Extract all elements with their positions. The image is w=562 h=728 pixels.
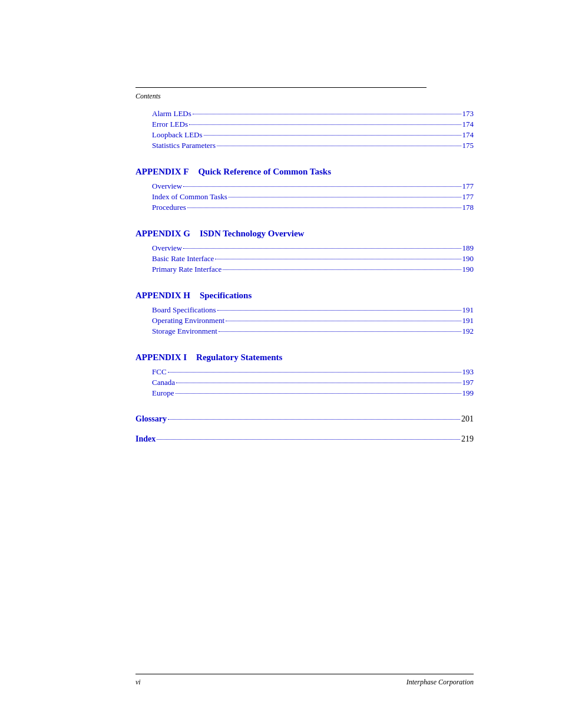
list-item[interactable]: Board Specifications 191 (152, 305, 474, 315)
toc-link-fcc[interactable]: FCC (152, 367, 167, 377)
toc-dots (226, 321, 461, 321)
glossary-page: 201 (461, 414, 474, 424)
list-item[interactable]: Procedures 178 (152, 203, 474, 212)
appendix-g-header: APPENDIX G ISDN Technology Overview (135, 229, 474, 239)
toc-page: 191 (462, 316, 474, 325)
toc-page: 193 (462, 367, 474, 377)
toc-dots (183, 248, 461, 249)
index-entry[interactable]: Index 219 (135, 434, 474, 444)
page: Contents Alarm LEDs 173 Error LEDs 174 L… (0, 0, 562, 728)
list-item[interactable]: Loopback LEDs 174 (152, 130, 474, 140)
appendix-f-title[interactable]: Quick Reference of Common Tasks (198, 167, 331, 177)
footer-page-number: vi (135, 678, 141, 687)
toc-dots (219, 331, 461, 332)
toc-link-europe[interactable]: Europe (152, 388, 174, 398)
toc-link-storage-env[interactable]: Storage Environment (152, 327, 217, 336)
appendix-h-label[interactable]: APPENDIX H (135, 291, 190, 301)
toc-dots (215, 259, 461, 259)
toc-dots (193, 114, 461, 114)
toc-dots (168, 419, 460, 420)
toc-dots (217, 310, 461, 311)
toc-dots (176, 383, 461, 383)
list-item[interactable]: Overview 189 (152, 243, 474, 253)
list-item[interactable]: Operating Environment 191 (152, 316, 474, 325)
toc-link-basic-rate-interface[interactable]: Basic Rate Interface (152, 254, 214, 263)
index-section: Index 219 (135, 434, 474, 444)
page-header: Contents (135, 87, 427, 101)
toc-dots (183, 186, 461, 187)
toc-dots (176, 393, 461, 394)
appendix-i-header: APPENDIX I Regulatory Statements (135, 353, 474, 363)
toc-dots (223, 269, 461, 270)
toc-page: 177 (462, 192, 474, 202)
list-item[interactable]: FCC 193 (152, 367, 474, 377)
toc-link-error-leds[interactable]: Error LEDs (152, 120, 188, 129)
list-item[interactable]: Alarm LEDs 173 (152, 109, 474, 118)
list-item[interactable]: Error LEDs 174 (152, 120, 474, 129)
appendix-g-title[interactable]: ISDN Technology Overview (200, 229, 305, 239)
index-link[interactable]: Index (135, 434, 156, 444)
index-page: 219 (461, 434, 474, 444)
toc-dots (168, 372, 461, 373)
list-item[interactable]: Basic Rate Interface 190 (152, 254, 474, 263)
toc-link-overview-g[interactable]: Overview (152, 243, 182, 253)
toc-page: 175 (462, 141, 474, 150)
list-item[interactable]: Index of Common Tasks 177 (152, 192, 474, 202)
appendix-i-label[interactable]: APPENDIX I (135, 353, 187, 363)
footer-company: Interphase Corporation (406, 678, 474, 687)
intro-section: Alarm LEDs 173 Error LEDs 174 Loopback L… (135, 109, 474, 150)
toc-link-overview-f[interactable]: Overview (152, 182, 182, 191)
toc-link-operating-env[interactable]: Operating Environment (152, 316, 224, 325)
toc-page: 191 (462, 305, 474, 315)
toc-page: 197 (462, 378, 474, 387)
appendix-f-label[interactable]: APPENDIX F (135, 167, 189, 177)
toc-page: 190 (462, 254, 474, 263)
toc-link-loopback-leds[interactable]: Loopback LEDs (152, 130, 203, 140)
appendix-f-header: APPENDIX F Quick Reference of Common Tas… (135, 167, 474, 177)
page-footer: vi Interphase Corporation (135, 674, 474, 687)
appendix-g-section: APPENDIX G ISDN Technology Overview Over… (135, 229, 474, 274)
toc-dots (157, 439, 460, 440)
toc-page: 174 (462, 120, 474, 129)
header-rule (135, 87, 427, 88)
toc-page: 199 (462, 388, 474, 398)
list-item[interactable]: Europe 199 (152, 388, 474, 398)
appendix-h-header: APPENDIX H Specifications (135, 291, 474, 301)
toc-page: 190 (462, 265, 474, 274)
toc-page: 192 (462, 327, 474, 336)
toc-link-board-specs[interactable]: Board Specifications (152, 305, 216, 315)
list-item[interactable]: Overview 177 (152, 182, 474, 191)
toc-page: 189 (462, 243, 474, 253)
toc-link-statistics-parameters[interactable]: Statistics Parameters (152, 141, 216, 150)
glossary-section: Glossary 201 (135, 414, 474, 424)
toc-link-procedures[interactable]: Procedures (152, 203, 186, 212)
toc-link-index-common-tasks[interactable]: Index of Common Tasks (152, 192, 227, 202)
toc-page: 178 (462, 203, 474, 212)
toc-link-alarm-leds[interactable]: Alarm LEDs (152, 109, 191, 118)
toc-link-canada[interactable]: Canada (152, 378, 175, 387)
toc-dots (204, 135, 461, 136)
glossary-link[interactable]: Glossary (135, 414, 167, 424)
list-item[interactable]: Canada 197 (152, 378, 474, 387)
appendix-f-section: APPENDIX F Quick Reference of Common Tas… (135, 167, 474, 212)
glossary-entry[interactable]: Glossary 201 (135, 414, 474, 424)
header-label: Contents (135, 92, 161, 100)
toc-link-primary-rate-interface[interactable]: Primary Rate Interface (152, 265, 222, 274)
toc-content: Alarm LEDs 173 Error LEDs 174 Loopback L… (135, 109, 474, 454)
appendix-g-label[interactable]: APPENDIX G (135, 229, 190, 239)
toc-dots (189, 124, 461, 125)
list-item[interactable]: Primary Rate Interface 190 (152, 265, 474, 274)
toc-page: 174 (462, 130, 474, 140)
toc-dots (187, 207, 461, 208)
toc-page: 173 (462, 109, 474, 118)
list-item[interactable]: Statistics Parameters 175 (152, 141, 474, 150)
list-item[interactable]: Storage Environment 192 (152, 327, 474, 336)
toc-page: 177 (462, 182, 474, 191)
toc-dots (217, 146, 461, 146)
appendix-h-title[interactable]: Specifications (200, 291, 252, 301)
appendix-i-section: APPENDIX I Regulatory Statements FCC 193… (135, 353, 474, 398)
appendix-i-title[interactable]: Regulatory Statements (196, 353, 282, 363)
appendix-h-section: APPENDIX H Specifications Board Specific… (135, 291, 474, 336)
toc-dots (229, 197, 461, 197)
